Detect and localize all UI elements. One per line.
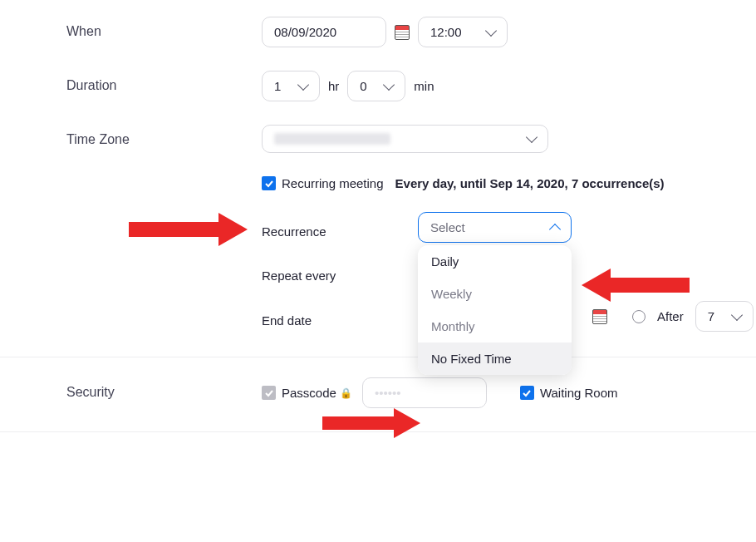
chevron-down-icon [526,131,538,143]
recurrence-option-weekly[interactable]: Weekly [418,278,572,310]
passcode-label: Passcode [282,386,336,400]
security-label: Security [66,377,262,400]
end-date-label: End date [262,306,418,328]
lock-icon: 🔒 [340,387,352,399]
passcode-checkbox[interactable] [262,386,276,400]
annotation-arrow [322,408,422,438]
recurrence-option-monthly[interactable]: Monthly [418,310,572,342]
timezone-blurred-value [274,133,390,145]
duration-hours-select[interactable]: 1 [262,71,320,101]
recurrence-select[interactable]: Select [418,212,572,243]
chevron-down-icon [297,78,309,90]
section-divider [0,357,756,357]
duration-row: Duration 1 hr 0 min [66,71,756,101]
passcode-input[interactable]: •••••• [362,377,487,408]
when-time-select[interactable]: 12:00 [418,17,508,47]
after-count-value: 7 [708,309,714,323]
timezone-label: Time Zone [66,125,262,147]
when-time-value: 12:00 [430,25,462,39]
chevron-down-icon [383,78,395,90]
check-icon [264,388,274,398]
repeat-label: Repeat every [262,261,418,283]
recurring-row: Recurring meeting Every day, until Sep 1… [262,176,756,190]
recurrence-option-daily[interactable]: Daily [418,245,572,278]
recurring-checkbox-label: Recurring meeting [282,176,384,190]
calendar-icon[interactable] [592,309,607,324]
recurrence-dropdown-menu: Daily Weekly Monthly No Fixed Time [418,245,572,375]
recurrence-selected-value: Select [430,220,465,234]
passcode-blurred-value: •••••• [375,386,401,400]
when-label: When [66,17,262,39]
min-unit-label: min [414,79,434,93]
recurrence-row: Recurrence Select Daily Weekly Monthly N… [262,212,756,243]
timezone-row: Time Zone [66,125,756,153]
waiting-room-label: Waiting Room [540,386,618,400]
section-divider [0,431,756,432]
calendar-icon[interactable] [395,25,410,40]
chevron-down-icon [485,24,497,36]
check-icon [264,179,274,189]
recurrence-label: Recurrence [262,217,418,239]
when-date-value: 08/09/2020 [274,25,336,39]
recurring-summary: Every day, until Sep 14, 2020, 7 occurre… [395,176,665,190]
after-radio[interactable] [632,310,646,323]
waiting-room-checkbox[interactable] [520,386,534,400]
after-radio-label: After [657,309,684,323]
chevron-up-icon [549,223,561,234]
recurrence-option-nofixed[interactable]: No Fixed Time [418,342,572,375]
when-date-input[interactable]: 08/09/2020 [262,17,386,47]
duration-minutes-select[interactable]: 0 [347,71,405,101]
timezone-select[interactable] [262,125,548,153]
duration-minutes-value: 0 [360,79,366,93]
chevron-down-icon [731,308,743,320]
security-row: Security Passcode 🔒 •••••• Waiting Room [66,377,756,408]
when-row: When 08/09/2020 12:00 [66,17,756,47]
duration-label: Duration [66,71,262,93]
after-count-select[interactable]: 7 [695,301,754,332]
check-icon [522,388,532,398]
annotation-arrow [129,213,249,246]
duration-hours-value: 1 [274,79,281,93]
hr-unit-label: hr [328,79,339,93]
recurring-checkbox[interactable] [262,176,276,190]
